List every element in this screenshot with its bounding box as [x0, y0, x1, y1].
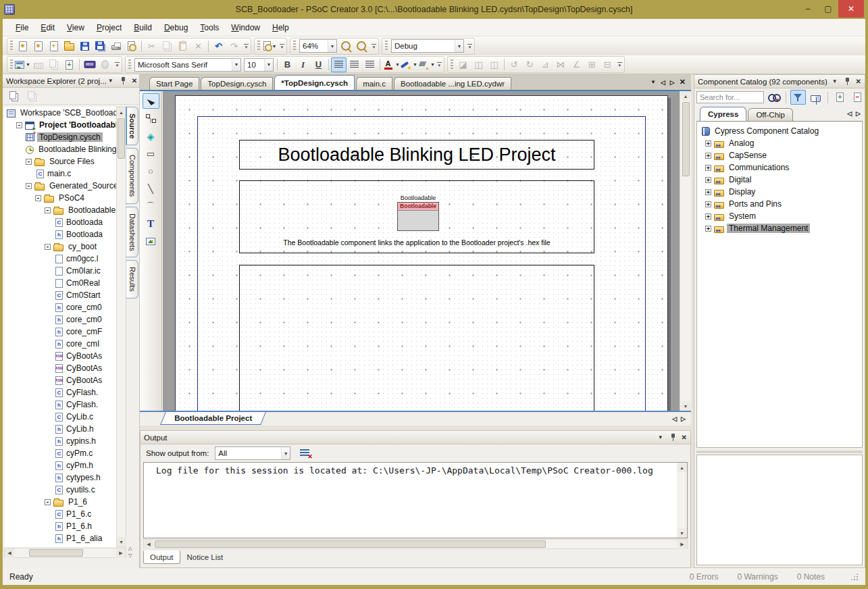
print-preview-button[interactable] — [124, 39, 139, 53]
expander-icon[interactable]: + — [705, 140, 711, 147]
toolbar-grip[interactable] — [128, 59, 131, 70]
panel-menu-icon[interactable]: ▼ — [831, 78, 839, 86]
tree-item[interactable]: CyLib.h — [4, 423, 116, 435]
sheet-tab[interactable]: Bootloadable Project — [160, 412, 266, 425]
fill-color-button[interactable]: ▼ — [417, 57, 435, 72]
select-tool[interactable] — [143, 93, 159, 109]
menu-file[interactable]: File — [9, 20, 34, 35]
catalog-splitter[interactable] — [696, 451, 863, 453]
rectangle-tool[interactable]: ▭ — [143, 146, 159, 161]
menu-tools[interactable]: Tools — [194, 20, 225, 35]
tab-prev-icon[interactable]: ◁ — [661, 79, 665, 86]
save-all-button[interactable] — [93, 39, 108, 53]
tree-item[interactable]: CyBootAs — [4, 350, 116, 362]
tree-item[interactable]: Bootloada — [4, 228, 116, 240]
toolbar-overflow-icon[interactable]: ▼ — [115, 62, 120, 67]
catalog-category-item[interactable]: +Thermal Management — [697, 222, 862, 234]
sheet-next-icon[interactable]: ▷ — [681, 415, 686, 422]
catalog-tab-off-chip[interactable]: Off-Chip — [748, 108, 793, 121]
expander-icon[interactable]: + — [705, 226, 711, 232]
menu-project[interactable]: Project — [91, 20, 128, 35]
font-name-combo[interactable]: Microsoft Sans Serif▼ — [134, 58, 241, 72]
schematic-page[interactable]: Bootloadable Blinking LED Project Bootlo… — [175, 95, 668, 411]
scroll-right-icon[interactable]: ▶ — [116, 548, 126, 558]
scroll-right-icon[interactable]: ▶ — [678, 540, 687, 549]
expander-icon[interactable]: - — [45, 207, 51, 213]
expander-icon[interactable]: - — [45, 499, 51, 505]
expander-icon[interactable]: + — [705, 201, 711, 207]
bootloadable-component[interactable]: Bootloadable Bootloadable — [397, 195, 439, 231]
chevron-down-icon[interactable]: ▼ — [455, 40, 463, 52]
expander-icon[interactable]: - — [35, 195, 41, 201]
tree-item[interactable]: Bootloada — [4, 216, 116, 228]
line-tool[interactable]: ╲ — [143, 181, 159, 197]
sheet-prev-icon[interactable]: ◁ — [672, 415, 677, 422]
menu-help[interactable]: Help — [266, 20, 295, 35]
ellipse-tool[interactable]: ○ — [143, 163, 159, 179]
tree-item[interactable]: cyutils.c — [4, 484, 116, 496]
scroll-up-icon[interactable]: ▲ — [117, 107, 126, 117]
scroll-down-icon[interactable]: ▽ — [128, 553, 132, 559]
align-right-button[interactable] — [362, 57, 378, 72]
tree-item[interactable]: CyBootAs — [4, 374, 116, 386]
tree-item[interactable]: P1_6_alia — [4, 532, 116, 544]
chevron-down-icon[interactable]: ▼ — [232, 59, 240, 71]
output-tab-notice-list[interactable]: Notice List — [180, 550, 230, 564]
side-tab-results[interactable]: Results — [126, 260, 138, 299]
canvas-vscrollbar[interactable]: ▲ ▼ — [680, 91, 691, 411]
filter-button[interactable] — [790, 90, 806, 105]
align-center-button[interactable] — [347, 57, 362, 72]
scroll-up-icon[interactable]: △ — [128, 546, 132, 551]
underline-button[interactable]: U — [311, 57, 326, 72]
status-errors[interactable]: 0 Errors — [690, 572, 719, 582]
document-tab[interactable]: Bootloadable ...ing LED.cydwr — [394, 77, 511, 90]
align-left-button[interactable] — [331, 57, 347, 72]
toolbar-grip[interactable] — [257, 41, 260, 51]
catalog-category-item[interactable]: +Analog — [697, 137, 862, 149]
tree-item[interactable]: -P1_6 — [4, 496, 116, 508]
expander-icon[interactable]: + — [705, 165, 711, 171]
toolbar-overflow-icon[interactable]: ▼ — [372, 44, 376, 49]
chevron-down-icon[interactable]: ▼ — [328, 40, 336, 52]
workspace-tree-hscrollbar[interactable]: ◀ ▶ — [4, 548, 126, 558]
pin-icon[interactable] — [844, 78, 850, 86]
arc-tool[interactable]: ⌒ — [143, 199, 159, 214]
tree-item[interactable]: P1_6.h — [4, 520, 116, 532]
document-tab[interactable]: TopDesign.cysch — [201, 77, 273, 90]
debug-configuration-combo[interactable]: Debug▼ — [391, 39, 464, 53]
expander-icon[interactable]: - — [26, 159, 32, 165]
scroll-up-icon[interactable]: ▲ — [681, 91, 690, 101]
scroll-down-icon[interactable]: ▼ — [681, 401, 690, 411]
search-input[interactable] — [696, 91, 764, 103]
build-button[interactable]: ▼ — [15, 57, 30, 72]
toolbar-overflow-icon[interactable]: ▼ — [467, 44, 472, 49]
find-in-files-button[interactable]: ▼ — [262, 39, 278, 53]
tab-menu-icon[interactable]: ▼ — [650, 79, 656, 85]
console-hscrollbar[interactable]: ◀ ▶ — [143, 539, 688, 549]
catalog-category-item[interactable]: +Digital — [697, 174, 862, 186]
tree-item[interactable]: core_cmF — [4, 326, 116, 338]
close-icon[interactable]: ✕ — [682, 434, 687, 441]
tree-item[interactable]: P1_6.c — [4, 508, 116, 520]
scrollbar-thumb[interactable] — [682, 102, 690, 176]
tree-item[interactable]: core_cm0 — [4, 301, 116, 313]
expander-icon[interactable]: + — [705, 213, 711, 220]
expander-icon[interactable]: + — [705, 153, 711, 159]
tree-item[interactable]: -Source Files — [4, 155, 116, 168]
scroll-left-icon[interactable]: ◀ — [5, 548, 14, 558]
open-button[interactable] — [61, 39, 77, 53]
tree-item[interactable]: cyPm.c — [4, 447, 116, 459]
menu-build[interactable]: Build — [128, 20, 158, 35]
text-tool[interactable]: T — [143, 216, 159, 232]
tree-item[interactable]: CyFlash. — [4, 386, 116, 399]
scroll-left-icon[interactable]: ◀ — [144, 540, 153, 549]
menu-edit[interactable]: Edit — [34, 20, 61, 35]
zoom-out-button[interactable]: − — [354, 39, 369, 53]
output-console[interactable]: Log file for this session is located at:… — [143, 462, 688, 538]
expander-icon[interactable]: - — [45, 244, 51, 250]
scrollbar-thumb[interactable] — [29, 549, 83, 557]
tree-item[interactable]: -SW1 — [4, 544, 116, 547]
program-button[interactable]: 0010 — [82, 57, 97, 72]
font-color-button[interactable]: A▼ — [382, 57, 400, 72]
wire-tool[interactable]: ┐ — [143, 111, 159, 126]
